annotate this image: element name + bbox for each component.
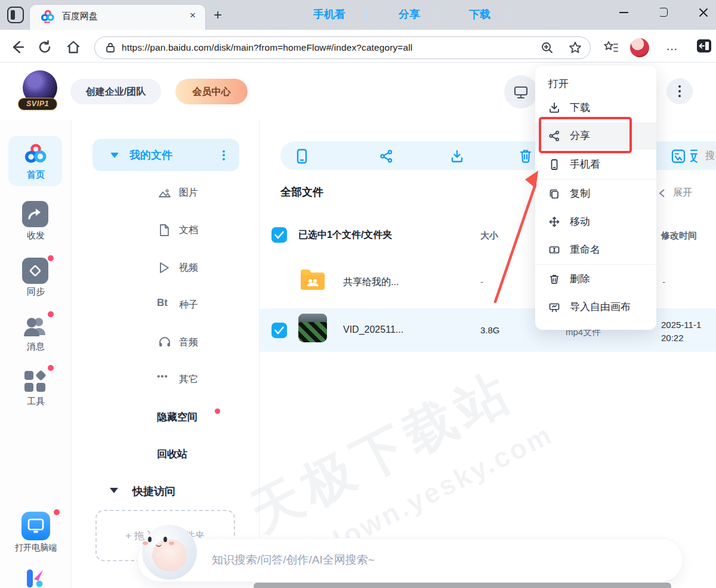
- favorites-bar-icon[interactable]: [603, 39, 619, 56]
- menu-divider: [535, 264, 656, 265]
- zoom-page-icon[interactable]: [541, 41, 554, 54]
- rail-label-transfer[interactable]: 收发: [0, 230, 72, 242]
- share-icon[interactable]: [379, 149, 394, 163]
- file-time-clock: 20:22: [661, 333, 684, 343]
- tree-item-videos[interactable]: 视频: [179, 262, 198, 274]
- move-icon: [548, 216, 560, 228]
- open-pc-client-button[interactable]: [21, 512, 50, 540]
- quick-access-triangle-icon[interactable]: [110, 488, 118, 493]
- pc-client-badge: [54, 509, 60, 515]
- rail-item-transfer[interactable]: [22, 201, 48, 227]
- sync-badge: [48, 255, 54, 261]
- tree-item-torrents[interactable]: 种子: [179, 299, 198, 311]
- download-icon: [548, 102, 560, 114]
- url-text[interactable]: https://pan.baidu.com/disk/main?from=hom…: [122, 42, 412, 53]
- my-files-more-icon[interactable]: [223, 148, 225, 162]
- videos-icon: [158, 261, 170, 274]
- phone-view-icon[interactable]: [295, 148, 308, 164]
- menu-item-phone-view[interactable]: 手机看: [535, 151, 656, 178]
- delete-icon[interactable]: [519, 148, 533, 164]
- file-name[interactable]: 共享给我的...: [343, 276, 399, 289]
- column-modified[interactable]: 修改时间: [661, 230, 697, 242]
- messages-badge: [48, 311, 54, 317]
- tree-item-other[interactable]: 其它: [179, 373, 198, 386]
- file-size: 3.8G: [480, 325, 500, 335]
- rail-label-sync[interactable]: 同步: [0, 286, 72, 298]
- tab-title: 百度网盘: [62, 11, 98, 22]
- sidebar-panel-icon[interactable]: [697, 39, 711, 52]
- file-name[interactable]: VID_202511...: [343, 324, 403, 335]
- header-more-button[interactable]: [666, 78, 693, 104]
- expand-link[interactable]: 展开: [673, 187, 692, 199]
- ai-search-placeholder[interactable]: 知识搜索/问答/创作/AI全网搜索~: [212, 552, 375, 568]
- svip-badge: SVIP1: [18, 98, 57, 110]
- tree-item-audio[interactable]: 音频: [179, 336, 198, 349]
- favorite-star-icon[interactable]: [568, 41, 582, 55]
- album-icon[interactable]: [671, 148, 686, 164]
- menu-item-import-canvas[interactable]: 导入自由画布: [535, 293, 656, 321]
- rail-item-sync[interactable]: [22, 258, 48, 284]
- tree-item-my-files[interactable]: 我的文件: [92, 139, 239, 171]
- vip-center-button[interactable]: 会员中心: [175, 79, 248, 104]
- tools-icon[interactable]: [22, 369, 48, 395]
- browser-profile-avatar[interactable]: [630, 38, 649, 57]
- refresh-icon[interactable]: [37, 39, 53, 55]
- baidu-pan-logo-icon: [23, 142, 47, 166]
- rail-label-home[interactable]: 首页: [0, 169, 72, 181]
- expand-toggle-icon[interactable]: [658, 188, 667, 198]
- toolbar-share[interactable]: 分享: [399, 0, 420, 29]
- select-all-checkbox[interactable]: [271, 227, 287, 243]
- toolbar-separator: [437, 8, 438, 20]
- toolbar-phone-view[interactable]: 手机看: [313, 0, 345, 29]
- selected-count: 已选中1个文件/文件夹: [298, 229, 392, 242]
- copy-icon: [548, 188, 560, 200]
- tree-item-images[interactable]: 图片: [179, 187, 198, 199]
- screencast-button[interactable]: [504, 75, 538, 109]
- window-minimize-icon[interactable]: [619, 12, 628, 13]
- file-size: -: [480, 277, 483, 287]
- browser-tab[interactable]: [30, 5, 205, 30]
- shared-folder-icon[interactable]: [298, 267, 327, 292]
- collapse-triangle-icon[interactable]: [110, 153, 119, 158]
- ai-mascot-icon[interactable]: [141, 524, 198, 582]
- row-checkbox[interactable]: [271, 323, 287, 338]
- other-icon: •••: [157, 371, 168, 381]
- toolbar-separator: [507, 8, 508, 20]
- images-icon: [158, 187, 171, 200]
- workspaces-icon[interactable]: [7, 7, 24, 23]
- new-tab-icon[interactable]: +: [214, 8, 222, 22]
- messages-icon[interactable]: [20, 315, 50, 339]
- menu-item-delete[interactable]: 删除: [535, 265, 656, 293]
- menu-item-move[interactable]: 移动: [535, 208, 656, 236]
- documents-icon: [158, 224, 170, 237]
- tree-item-hidden-space[interactable]: 隐藏空间: [157, 410, 197, 424]
- browser-more-icon[interactable]: …: [666, 39, 678, 53]
- window-maximize-icon[interactable]: [659, 8, 668, 17]
- my-files-label: 我的文件: [129, 148, 172, 162]
- search-input[interactable]: 搜: [697, 144, 716, 168]
- open-pc-client-label[interactable]: 打开电脑端: [0, 543, 72, 553]
- toolbar-download[interactable]: 下载: [469, 0, 490, 29]
- video-thumbnail[interactable]: [298, 314, 327, 342]
- back-icon[interactable]: [10, 39, 25, 55]
- tree-item-quick-access[interactable]: 快捷访问: [132, 484, 175, 499]
- create-team-button[interactable]: 创建企业/团队: [70, 79, 161, 104]
- menu-item-copy[interactable]: 复制: [535, 180, 656, 208]
- home-icon[interactable]: [66, 39, 81, 55]
- column-size[interactable]: 大小: [480, 230, 498, 242]
- screencast-icon: [513, 84, 529, 100]
- rail-label-messages[interactable]: 消息: [0, 341, 72, 352]
- rail-label-tools[interactable]: 工具: [0, 396, 72, 407]
- tree-item-recycle-bin[interactable]: 回收站: [157, 447, 187, 461]
- tab-close-icon[interactable]: ×: [190, 10, 196, 21]
- download-icon[interactable]: [450, 149, 464, 163]
- bottom-scrollbar[interactable]: [254, 583, 671, 588]
- tree-item-documents[interactable]: 文档: [179, 224, 198, 237]
- window-close-icon[interactable]: [698, 7, 709, 18]
- notes-icon[interactable]: [690, 148, 698, 164]
- menu-item-rename[interactable]: 重命名: [535, 236, 656, 264]
- menu-divider: [535, 179, 656, 180]
- toolbar-separator: [659, 8, 660, 20]
- hidden-space-badge: [215, 408, 220, 414]
- lock-icon: [105, 42, 116, 54]
